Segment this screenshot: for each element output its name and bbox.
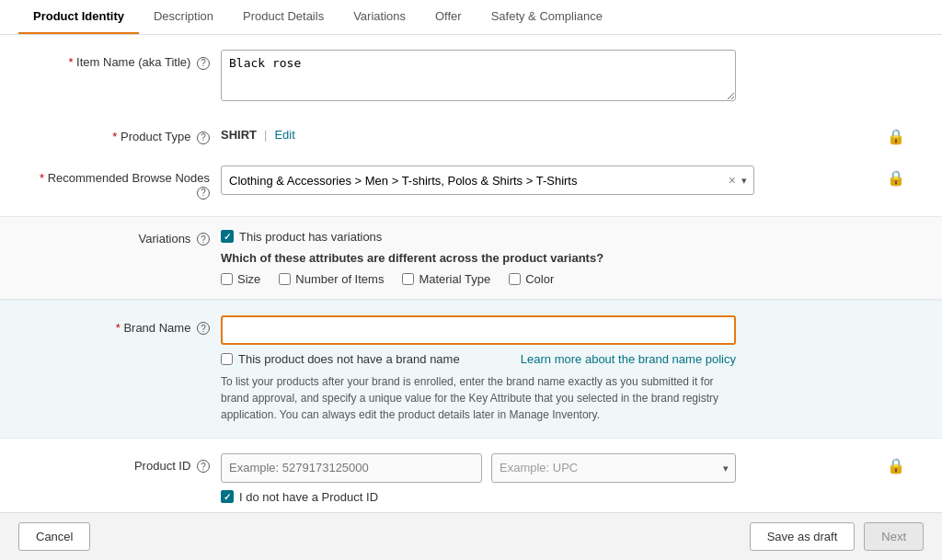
browse-nodes-lock: 🔒 (876, 166, 905, 187)
product-id-section: Product ID ? Example: UPC UPC EAN GTIN ▾ (0, 439, 942, 513)
product-id-no-id-label: I do not have a Product ID (239, 490, 378, 504)
browse-nodes-wrap: Clothing & Accessories > Men > T-shirts,… (221, 166, 876, 195)
variations-checkbox-label: This product has variations (239, 230, 382, 244)
next-button[interactable]: Next (864, 522, 924, 551)
brand-policy-link[interactable]: Learn more about the brand name policy (521, 352, 736, 366)
cancel-button[interactable]: Cancel (18, 522, 90, 551)
product-id-input[interactable] (221, 453, 482, 483)
save-draft-button[interactable]: Save as draft (750, 522, 856, 551)
item-name-label: * Item Name (aka Title) ? (37, 50, 221, 70)
attr-number-of-items-checkbox[interactable] (279, 273, 291, 285)
variations-content: This product has variations Which of the… (221, 230, 905, 286)
product-type-lock: 🔒 (876, 124, 905, 145)
product-id-no-id-checkbox[interactable] (221, 490, 234, 503)
attr-size-label: Size (237, 272, 260, 286)
product-id-lock: 🔒 (876, 453, 905, 474)
attr-material-type-label: Material Type (419, 272, 490, 286)
attr-color-item[interactable]: Color (509, 272, 554, 286)
brand-name-label: * Brand Name ? (37, 315, 221, 336)
footer-right: Save as draft Next (750, 522, 924, 551)
tab-navigation: Product Identity Description Product Det… (0, 0, 942, 35)
product-type-wrap: SHIRT | Edit (221, 124, 876, 142)
item-name-wrap: Black rose (221, 50, 905, 104)
tab-product-identity[interactable]: Product Identity (18, 0, 139, 34)
attr-color-label: Color (525, 272, 554, 286)
variations-label: Variations (139, 232, 191, 246)
product-id-label: Product ID ? (37, 453, 221, 474)
lock-icon-2: 🔒 (887, 169, 905, 187)
brand-no-name-row: This product does not have a brand name … (221, 352, 736, 366)
attr-material-type-item[interactable]: Material Type (402, 272, 490, 286)
tab-description[interactable]: Description (139, 0, 228, 34)
tab-variations[interactable]: Variations (339, 0, 420, 34)
product-type-help-icon[interactable]: ? (197, 131, 210, 144)
product-id-wrap: Example: UPC UPC EAN GTIN ▾ I do not hav… (221, 453, 876, 504)
main-content: * Item Name (aka Title) ? Black rose * P… (0, 35, 942, 512)
variations-section: Variations ? This product has variations… (0, 216, 942, 300)
attr-size-item[interactable]: Size (221, 272, 260, 286)
tab-safety-compliance[interactable]: Safety & Compliance (477, 0, 617, 34)
browse-nodes-help-icon[interactable]: ? (197, 187, 210, 200)
variations-checkbox[interactable] (221, 230, 234, 243)
brand-desc-text: To list your products after your brand i… (221, 373, 736, 423)
item-name-help-icon[interactable]: ? (197, 57, 210, 70)
brand-no-name-label[interactable]: This product does not have a brand name (221, 352, 460, 366)
brand-name-input[interactable]: Reebok (221, 315, 736, 345)
attr-number-of-items-label: Number of Items (295, 272, 384, 286)
product-type-value: SHIRT (221, 128, 257, 142)
attr-number-of-items-item[interactable]: Number of Items (279, 272, 384, 286)
product-type-edit-link[interactable]: Edit (274, 128, 294, 142)
brand-name-wrap: Reebok This product does not have a bran… (221, 315, 905, 423)
attr-material-type-checkbox[interactable] (402, 273, 414, 285)
tab-offer[interactable]: Offer (420, 0, 477, 34)
product-id-inputs: Example: UPC UPC EAN GTIN ▾ (221, 453, 736, 483)
brand-no-name-checkbox[interactable] (221, 353, 233, 365)
brand-section: * Brand Name ? Reebok This product does … (0, 300, 942, 439)
variations-help-icon[interactable]: ? (197, 233, 210, 246)
product-id-help-icon[interactable]: ? (197, 460, 210, 473)
attr-size-checkbox[interactable] (221, 273, 233, 285)
footer-bar: Cancel Save as draft Next (0, 512, 942, 560)
tab-product-details[interactable]: Product Details (228, 0, 339, 34)
browse-nodes-clear-icon[interactable]: × (729, 173, 736, 188)
product-id-no-id-row: I do not have a Product ID (221, 490, 876, 504)
item-name-input[interactable]: Black rose (221, 50, 736, 101)
attr-checkboxes: Size Number of Items Material Type Color (221, 272, 905, 286)
product-type-label: * Product Type ? (37, 124, 221, 144)
browse-nodes-select[interactable]: Clothing & Accessories > Men > T-shirts,… (221, 166, 754, 195)
product-id-type-select[interactable]: Example: UPC UPC EAN GTIN (491, 453, 736, 483)
lock-icon-3: 🔒 (887, 457, 905, 474)
attr-color-checkbox[interactable] (509, 273, 521, 285)
attr-question: Which of these attributes are different … (221, 251, 905, 265)
lock-icon: 🔒 (887, 128, 905, 145)
browse-nodes-label: * Recommended Browse Nodes ? (37, 166, 221, 200)
brand-name-help-icon[interactable]: ? (197, 322, 210, 335)
